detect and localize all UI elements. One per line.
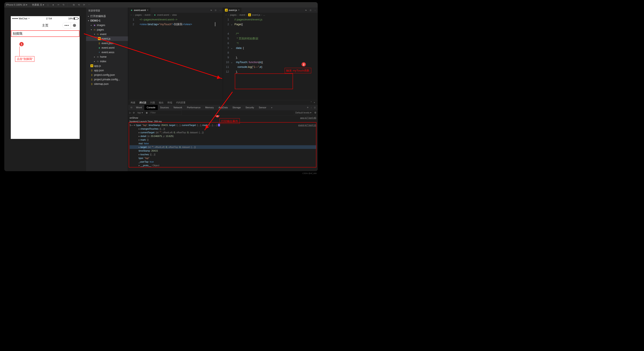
js-file-icon: JS	[90, 64, 93, 67]
play-icon[interactable]: ▷	[129, 111, 131, 114]
file-event-js[interactable]: JSevent.js	[86, 36, 128, 41]
breadcrumb[interactable]: ···› pages› event› ◆event.wxml› view	[128, 13, 223, 17]
json-file-icon: {}	[90, 69, 93, 72]
devtab-more[interactable]: »	[268, 105, 275, 110]
device-selector[interactable]: iPhone 5 100% 16 ▾	[6, 4, 27, 6]
code-editor-js[interactable]: 12456789101112 ⌄⌄⌄ // pages/event/event.…	[223, 17, 318, 100]
js-file-icon: JS	[225, 9, 228, 12]
panel-tab-problems[interactable]: 问题	[150, 101, 155, 104]
panel-tab-debugger[interactable]: 调试器	[139, 101, 146, 104]
json-file-icon: {}	[90, 78, 93, 81]
devtab-storage[interactable]: Storage	[230, 105, 243, 110]
mute-icon[interactable]: ◌	[47, 4, 50, 6]
close-tab-icon[interactable]: ×	[238, 9, 240, 12]
carrier-label: WeChat	[19, 17, 27, 20]
page-title: 主页	[42, 23, 48, 28]
devtab-memory[interactable]: Memory	[203, 105, 216, 110]
devtab-console[interactable]: Console	[144, 105, 158, 110]
folder-event[interactable]: ▾🗀event	[86, 32, 128, 36]
compare-icon[interactable]: ⇆	[304, 9, 307, 12]
eye-icon[interactable]: ◉	[146, 111, 148, 114]
file-project-private[interactable]: {}project.private.config...	[86, 77, 128, 82]
toolbar: iPhone 5 100% 16 ▾ 热重载 关 ▾ ◌ ● ✂ ↻ ⧉ ⟲ ⟳…	[4, 2, 318, 8]
folder-icon: 🗀	[96, 60, 99, 63]
devtab-sources[interactable]: Sources	[158, 105, 171, 110]
folder-index[interactable]: ▸🗀index	[86, 59, 128, 64]
folder-icon: 🗀	[96, 55, 99, 58]
console-output[interactable]: onShowapp.js? [sm]:46 [system] Launch Ti…	[128, 115, 318, 171]
breadcrumb[interactable]: ···› pages› event› JSevent.js› ...	[223, 13, 318, 17]
file-event-wxss[interactable]: #event.wxss	[86, 50, 128, 55]
panel-tab-output[interactable]: 输出	[159, 101, 164, 104]
more-actions-icon[interactable]: ⋯	[219, 9, 222, 12]
rotate-icon[interactable]: ↻	[62, 4, 65, 6]
clock-label: 17:54	[46, 17, 52, 20]
source-link[interactable]: event.js? [sm]:11	[298, 123, 316, 127]
annotation-text-1: 点击"别摸我"	[15, 56, 34, 62]
more-icon[interactable]: ⋮	[310, 107, 312, 109]
panel-tab-quality[interactable]: 代码质量	[176, 101, 186, 104]
project-root[interactable]: ▾DEMO-1	[86, 18, 128, 23]
wxss-file-icon: #	[98, 51, 101, 54]
gear-icon[interactable]: ⚙	[307, 107, 308, 109]
wxml-file-icon: ◆	[154, 14, 156, 16]
split-icon[interactable]: ◫	[214, 9, 217, 12]
folder-images[interactable]: ▸▣images	[86, 23, 128, 27]
touch-view[interactable]: 别摸我	[11, 30, 80, 37]
wxml-file-icon: ◆	[98, 46, 101, 49]
js-file-icon: JS	[248, 14, 251, 16]
close-miniprogram-button[interactable]	[71, 22, 78, 29]
record-icon[interactable]: ●	[52, 4, 55, 6]
debug-panel: 构建 调试器 问题 输出 终端 代码质量 ˄ × ⮹ Wxml Console …	[128, 100, 318, 171]
split-icon[interactable]: ◫	[309, 9, 312, 12]
explorer-title: 资源管理器	[86, 8, 128, 14]
annotation-badge-2: 2	[302, 62, 306, 67]
devtab-appdata[interactable]: AppData	[216, 105, 230, 110]
dock-icon[interactable]: ◫	[314, 107, 316, 109]
panel-tab-terminal[interactable]: 终端	[168, 101, 172, 104]
editor-pane-wxml: ◆ event.wxml× ⇆ ◫ ⋯ ···› pages› event›	[128, 8, 223, 100]
chevron-up-icon[interactable]: ˄	[310, 101, 312, 104]
devtab-network[interactable]: Network	[171, 105, 184, 110]
folder-pages[interactable]: ▾🗀pages	[86, 27, 128, 32]
wxml-file-icon: ◆	[130, 9, 133, 12]
forward-icon[interactable]: ⟳	[83, 4, 86, 6]
file-app-json[interactable]: {}app.json	[86, 68, 128, 73]
nav-bar: 主页	[11, 21, 80, 30]
tab-event-js[interactable]: JS event.js×	[223, 8, 242, 13]
open-editors-section[interactable]: ▸打开的编辑器	[86, 14, 128, 18]
folder-icon: 🗀	[96, 33, 99, 36]
more-actions-icon[interactable]: ⋯	[314, 9, 316, 12]
devtab-performance[interactable]: Performance	[185, 105, 203, 110]
close-panel-icon[interactable]: ×	[314, 101, 315, 104]
close-tab-icon[interactable]: ×	[147, 9, 148, 12]
inspect-icon[interactable]: ⮹	[129, 107, 134, 109]
devtab-sensor[interactable]: Sensor	[256, 105, 268, 110]
clear-console-icon[interactable]: ⊘	[133, 111, 135, 114]
code-editor-wxml[interactable]: 12 <!--pages/event/event.wxml--> <view b…	[128, 17, 223, 100]
json-file-icon: {}	[90, 74, 93, 76]
menu-button[interactable]	[62, 22, 71, 29]
file-app-js[interactable]: JSapp.js	[86, 64, 128, 68]
folder-home[interactable]: ▸🗀home	[86, 55, 128, 59]
devtab-wxml[interactable]: Wxml	[134, 105, 144, 110]
more-icon[interactable]: ⋯	[88, 4, 90, 6]
panel-tab-build[interactable]: 构建	[131, 101, 136, 104]
compare-icon[interactable]: ⇆	[210, 9, 213, 12]
hot-reload-toggle[interactable]: 热重载 关 ▾	[32, 3, 44, 7]
tab-event-wxml[interactable]: ◆ event.wxml×	[128, 8, 150, 13]
filter-input[interactable]: Filter	[150, 111, 182, 115]
explorer-panel: 资源管理器 ▸打开的编辑器 ▾DEMO-1 ▸▣images ▾🗀pages ▾…	[86, 8, 128, 171]
context-select[interactable]: top▾	[136, 111, 144, 115]
source-link[interactable]: app.js? [sm]:46	[300, 116, 316, 120]
status-bar: WeChat ⌔ 17:54 18%	[11, 16, 80, 21]
devtab-security[interactable]: Security	[243, 105, 256, 110]
copy-icon[interactable]: ⧉	[72, 4, 75, 6]
json-file-icon: {}	[90, 83, 93, 85]
file-project-config[interactable]: {}project.config.json	[86, 73, 128, 77]
gear-icon[interactable]: ⚙	[314, 111, 316, 114]
log-level-select[interactable]: Default levels ▾	[294, 111, 313, 115]
back-icon[interactable]: ⟲	[78, 4, 80, 6]
file-sitemap[interactable]: {}sitemap.json	[86, 82, 128, 86]
cut-icon[interactable]: ✂	[57, 4, 60, 6]
